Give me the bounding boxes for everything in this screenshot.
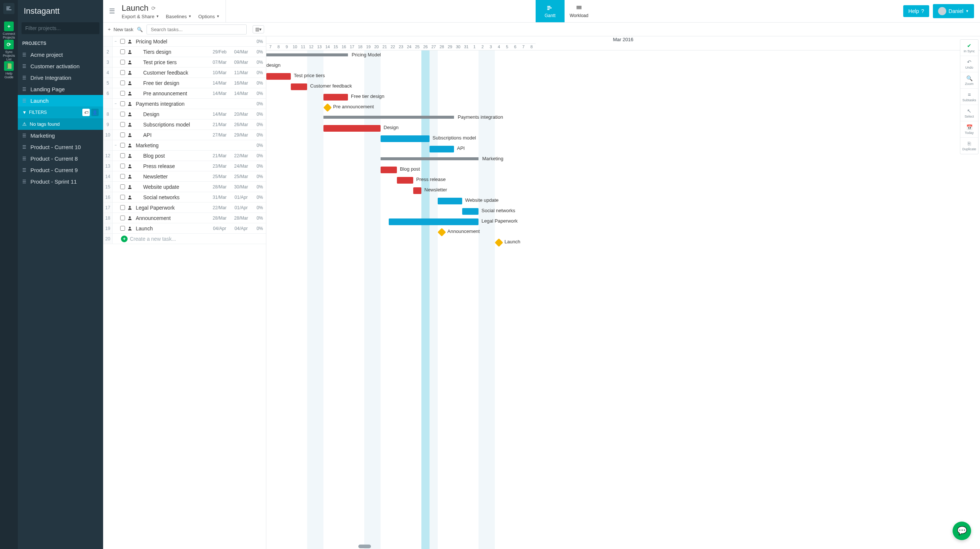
tool-undo[interactable]: ↶Undo — [960, 56, 978, 72]
tag-chip[interactable]: 🏷 — [82, 109, 90, 116]
assignee-icon[interactable] — [126, 226, 134, 231]
columns-toggle[interactable]: ▥▾ — [253, 25, 264, 33]
task-row[interactable]: 3Test price tiers07/Mar09/Mar0% — [103, 57, 266, 67]
task-row[interactable]: 12Blog post21/Mar22/Mar0% — [103, 151, 266, 161]
task-row[interactable]: 19Launch04/Apr04/Apr0% — [103, 223, 266, 234]
refresh-icon[interactable]: ⟳ — [151, 5, 156, 11]
gantt-bar[interactable] — [389, 218, 479, 225]
sidebar-project-6[interactable]: ☰Product - Current 10 — [18, 141, 103, 153]
gantt-bar[interactable] — [397, 177, 413, 184]
gantt-milestone[interactable] — [438, 228, 446, 237]
task-row[interactable]: 8Design14/Mar20/Mar0% — [103, 109, 266, 119]
task-row[interactable]: −Marketing0% — [103, 140, 266, 151]
assignee-icon[interactable] — [126, 81, 134, 86]
tool-in-sync[interactable]: ✔In Sync — [960, 40, 978, 56]
task-row[interactable]: 13Press release23/Mar24/Mar0% — [103, 161, 266, 171]
task-search-input[interactable] — [146, 24, 247, 35]
gantt-group-bar[interactable] — [323, 116, 454, 119]
task-checkbox[interactable] — [120, 132, 125, 137]
sidebar-project-1[interactable]: ☰Customer activation — [18, 60, 103, 72]
sidebar-project-7[interactable]: ☰Product - Current 8 — [18, 153, 103, 164]
assignee-icon[interactable] — [126, 132, 134, 138]
task-row[interactable]: 14Newsletter25/Mar25/Mar0% — [103, 171, 266, 182]
assignee-icon[interactable] — [126, 70, 134, 75]
help-button[interactable]: Help? — [903, 5, 929, 17]
collapse-icon[interactable]: − — [113, 143, 119, 147]
assignee-icon[interactable] — [126, 122, 134, 127]
sidebar-project-3[interactable]: ☰Landing Page — [18, 83, 103, 95]
assignee-icon[interactable] — [126, 215, 134, 221]
assignee-icon[interactable] — [126, 101, 134, 107]
tool-zoom[interactable]: 🔍Zoom — [960, 72, 978, 89]
gantt-chart[interactable]: Mar 2016 7891011121314151617181920212223… — [266, 37, 980, 549]
sidebar-project-8[interactable]: ☰Product - Current 9 — [18, 164, 103, 176]
task-checkbox[interactable] — [120, 39, 125, 44]
task-row[interactable]: 16Social networks31/Mar01/Apr0% — [103, 192, 266, 202]
gantt-bar[interactable] — [413, 187, 422, 194]
new-task-button[interactable]: ＋New task — [107, 26, 133, 33]
gantt-bar[interactable] — [380, 135, 430, 142]
task-checkbox[interactable] — [120, 70, 125, 75]
sidebar-project-2[interactable]: ☰Drive Integration — [18, 72, 103, 83]
task-checkbox[interactable] — [120, 60, 125, 65]
assignee-icon[interactable] — [126, 153, 134, 158]
gantt-bar[interactable] — [380, 167, 397, 173]
rail-connect-projects[interactable]: +ConnectProjects — [0, 22, 18, 40]
rail-help-guide[interactable]: 📗HelpGuide — [0, 61, 18, 80]
gantt-milestone[interactable] — [323, 103, 332, 112]
tool-duplicate[interactable]: ⎘Duplicate — [960, 138, 978, 154]
task-row[interactable]: 5Free tier design14/Mar16/Mar0% — [103, 78, 266, 88]
gantt-bar[interactable] — [323, 94, 348, 100]
task-checkbox[interactable] — [120, 215, 125, 220]
filters-row[interactable]: ▼FILTERS🏷👤 — [18, 107, 103, 118]
task-checkbox[interactable] — [120, 91, 125, 96]
assignee-icon[interactable] — [126, 195, 134, 200]
task-row[interactable]: −Payments integration0% — [103, 99, 266, 109]
sidebar-toggle-icon[interactable]: ☰ — [109, 7, 115, 15]
assignee-icon[interactable] — [126, 111, 134, 117]
sidebar-project-0[interactable]: ☰Acme project — [18, 49, 103, 60]
task-row[interactable]: 4Customer feedback10/Mar11/Mar0% — [103, 67, 266, 78]
task-checkbox[interactable] — [120, 205, 125, 210]
task-row[interactable]: 15Website update28/Mar30/Mar0% — [103, 182, 266, 192]
chat-help-fab[interactable]: 💬 — [953, 522, 971, 540]
project-filter-input[interactable] — [22, 22, 99, 34]
gantt-bar[interactable] — [291, 83, 307, 90]
task-row[interactable]: −Pricing Model0% — [103, 37, 266, 47]
assignee-icon[interactable] — [126, 39, 134, 44]
sidebar-project-5[interactable]: ☰Marketing — [18, 130, 103, 141]
assignee-icon[interactable] — [126, 205, 134, 210]
tab-gantt[interactable]: Gantt — [536, 0, 565, 22]
assignee-icon[interactable] — [126, 49, 134, 54]
export-share-menu[interactable]: Export & Share▼ — [122, 14, 159, 19]
task-checkbox[interactable] — [120, 195, 125, 200]
assignee-icon[interactable] — [126, 174, 134, 179]
gantt-bar[interactable] — [438, 198, 462, 204]
tab-workload[interactable]: Workload — [565, 0, 593, 22]
gantt-bar[interactable] — [266, 73, 291, 80]
task-checkbox[interactable] — [120, 101, 125, 106]
tool-select[interactable]: ↖Select — [960, 105, 978, 121]
assignee-icon[interactable] — [126, 164, 134, 169]
task-checkbox[interactable] — [120, 49, 125, 54]
rail-sync-projects-list[interactable]: ⟳SyncProjects List — [0, 40, 18, 62]
tool-today[interactable]: 📅Today — [960, 121, 978, 138]
sidebar-project-4[interactable]: ☰Launch — [18, 95, 103, 107]
task-row[interactable]: 6Pre announcement14/Mar14/Mar0% — [103, 88, 266, 99]
task-row[interactable]: 17Legal Paperwork22/Mar01/Apr0% — [103, 202, 266, 213]
task-checkbox[interactable] — [120, 153, 125, 158]
gantt-group-bar[interactable] — [380, 157, 479, 160]
task-checkbox[interactable] — [120, 122, 125, 127]
assignee-icon[interactable] — [126, 185, 134, 189]
create-task-row[interactable]: 20+Create a new task... — [103, 234, 266, 244]
task-row[interactable]: 18Announcement28/Mar28/Mar0% — [103, 213, 266, 223]
collapse-icon[interactable]: − — [113, 39, 119, 43]
task-row[interactable]: 10API27/Mar29/Mar0% — [103, 130, 266, 140]
gantt-bar[interactable] — [323, 125, 380, 132]
collapse-icon[interactable]: − — [113, 102, 119, 106]
assignee-icon[interactable] — [126, 143, 134, 148]
user-chip[interactable]: 👤 — [91, 109, 99, 116]
task-row[interactable]: 2Tiers design29/Feb04/Mar0% — [103, 47, 266, 57]
task-checkbox[interactable] — [120, 143, 125, 148]
horizontal-scroll-thumb[interactable] — [358, 544, 371, 548]
